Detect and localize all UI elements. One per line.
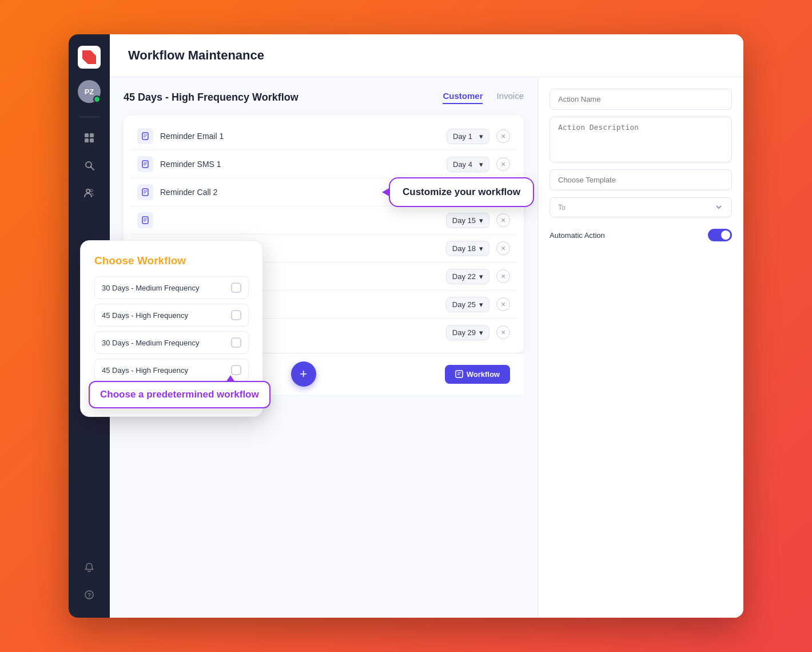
- remove-btn-7[interactable]: ×: [496, 297, 510, 311]
- day-select-1[interactable]: Day 1 ▾: [447, 129, 489, 144]
- workflow-header-row: 45 Days - High Frequency Workflow Custom…: [124, 91, 524, 104]
- popup-title: Choose Workflow: [94, 255, 249, 267]
- table-row: Reminder Email 1 Day 1 ▾ ×: [130, 122, 517, 150]
- recipient-field-row: To: [550, 197, 732, 217]
- svg-point-6: [86, 189, 90, 193]
- svg-rect-34: [456, 371, 463, 377]
- to-label: To: [558, 204, 566, 212]
- tab-customer[interactable]: Customer: [443, 91, 483, 104]
- svg-text:?: ?: [87, 593, 91, 599]
- workflow-option-1-checkbox[interactable]: [231, 283, 241, 293]
- step-doc-icon: [137, 212, 153, 228]
- automatic-action-toggle[interactable]: [708, 229, 732, 241]
- svg-line-5: [91, 167, 94, 170]
- sidebar-logo: [78, 46, 101, 69]
- remove-btn-5[interactable]: ×: [496, 241, 510, 255]
- action-panel: To Automatic Action: [538, 77, 743, 618]
- step-doc-icon: [137, 156, 153, 172]
- sidebar-icon-search[interactable]: [78, 154, 101, 177]
- avatar-online-badge: [93, 96, 101, 103]
- step-name-2: Reminder SMS 1: [160, 160, 440, 169]
- svg-rect-19: [142, 217, 148, 224]
- avatar: PZ: [78, 80, 101, 103]
- page-title: Workflow Maintenance: [128, 48, 725, 63]
- step-doc-icon: [137, 184, 153, 200]
- table-row: Day 15 ▾ ×: [130, 206, 517, 234]
- add-step-button[interactable]: +: [291, 361, 316, 387]
- svg-rect-16: [142, 189, 148, 196]
- svg-rect-0: [85, 133, 89, 137]
- logo-icon: [82, 50, 96, 64]
- workflow-option-3-checkbox[interactable]: [231, 337, 241, 348]
- workflow-option-4-checkbox[interactable]: [231, 365, 241, 375]
- svg-rect-10: [142, 133, 148, 140]
- remove-btn-2[interactable]: ×: [496, 157, 510, 171]
- choose-template-input[interactable]: [550, 169, 732, 190]
- sidebar-icon-bell[interactable]: [78, 556, 101, 579]
- svg-rect-1: [90, 133, 94, 137]
- tab-invoice[interactable]: Invoice: [496, 91, 524, 104]
- workflow-option-1-label: 30 Days - Medium Frequency: [102, 284, 200, 292]
- day-select-8[interactable]: Day 29 ▾: [446, 325, 489, 340]
- workflow-current-title: 45 Days - High Frequency Workflow: [124, 92, 298, 104]
- step-name-1: Reminder Email 1: [160, 132, 440, 141]
- day-select-4[interactable]: Day 15 ▾: [446, 213, 489, 228]
- remove-btn-6[interactable]: ×: [496, 269, 510, 283]
- svg-rect-2: [85, 138, 89, 142]
- automatic-action-label: Automatic Action: [550, 231, 605, 240]
- table-row: Reminder SMS 1 Day 4 ▾ ×: [130, 150, 517, 178]
- workflow-option-2-label: 45 Days - High Frequency: [102, 311, 188, 320]
- svg-rect-3: [90, 138, 94, 142]
- sidebar-icon-users[interactable]: [78, 181, 101, 204]
- svg-point-7: [90, 189, 93, 192]
- sidebar-icon-grid[interactable]: [78, 126, 101, 149]
- step-doc-icon: [137, 128, 153, 144]
- customize-workflow-tooltip: Customize your workflow: [389, 177, 534, 207]
- predetermined-tooltip: Choose a predetermined workflow: [89, 381, 270, 408]
- recipient-type-select[interactable]: [570, 202, 723, 212]
- workflow-button[interactable]: Workflow: [445, 365, 510, 384]
- day-select-5[interactable]: Day 18 ▾: [446, 241, 489, 256]
- remove-btn-1[interactable]: ×: [496, 129, 510, 143]
- svg-rect-13: [142, 161, 148, 168]
- remove-btn-8[interactable]: ×: [496, 325, 510, 339]
- sidebar-divider: [79, 117, 99, 117]
- automatic-action-row: Automatic Action: [550, 229, 732, 241]
- action-description-textarea[interactable]: [550, 117, 732, 162]
- day-select-7[interactable]: Day 25 ▾: [446, 297, 489, 312]
- workflow-option-1[interactable]: 30 Days - Medium Frequency: [94, 276, 249, 299]
- workflow-option-3-label: 30 Days - Medium Frequency: [102, 339, 200, 347]
- workflow-option-2-checkbox[interactable]: [231, 310, 241, 320]
- remove-btn-4[interactable]: ×: [496, 213, 510, 227]
- day-select-6[interactable]: Day 22 ▾: [446, 269, 489, 284]
- action-name-input[interactable]: [550, 89, 732, 110]
- workflow-tabs: Customer Invoice: [443, 91, 524, 104]
- workflow-option-3[interactable]: 30 Days - Medium Frequency: [94, 331, 249, 354]
- day-select-2[interactable]: Day 4 ▾: [447, 157, 489, 172]
- choose-workflow-popup: Choose Workflow 30 Days - Medium Frequen…: [80, 240, 263, 417]
- workflow-option-4-label: 45 Days - High Frequency: [102, 366, 188, 375]
- workflow-option-2[interactable]: 45 Days - High Frequency: [94, 304, 249, 327]
- page-header: Workflow Maintenance: [110, 34, 743, 77]
- sidebar-icon-help[interactable]: ?: [78, 583, 101, 606]
